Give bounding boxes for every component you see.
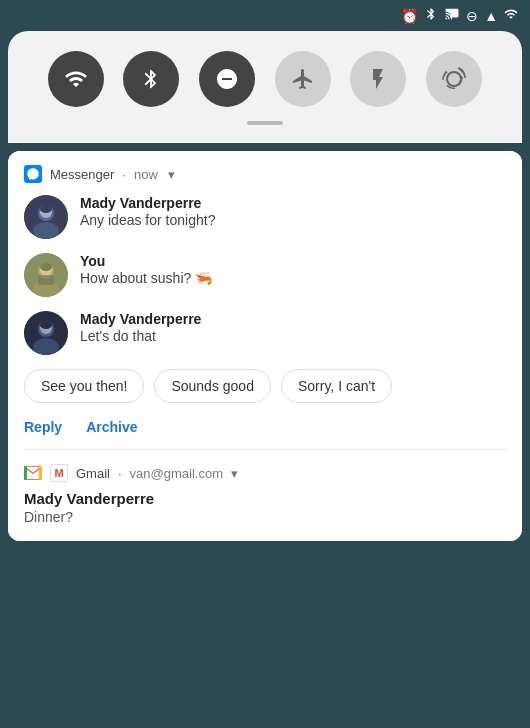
notifications-container: Messenger · now ▾ Mady Vanderperre Any i…: [8, 151, 522, 541]
quick-replies: See you then! Sounds good Sorry, I can't: [24, 369, 506, 403]
messenger-notification: Messenger · now ▾ Mady Vanderperre Any i…: [8, 151, 522, 449]
reply-button[interactable]: Reply: [24, 419, 62, 435]
gmail-app-icon: [24, 464, 42, 482]
messenger-app-name: Messenger: [50, 167, 114, 182]
messenger-chevron-icon: ▾: [168, 167, 175, 182]
gmail-account: ·: [118, 466, 122, 481]
avatar-you: [24, 253, 68, 297]
quick-settings-icons: [38, 51, 492, 107]
wifi-full-icon: ▲: [484, 8, 498, 24]
gmail-notification: M Gmail · van@gmail.com ▾ Mady Vanderper…: [8, 450, 522, 541]
message-text-1: Any ideas for tonight?: [80, 212, 506, 228]
message-row-1: Mady Vanderperre Any ideas for tonight?: [24, 195, 506, 239]
panel-handle: [247, 121, 283, 125]
message-sender-3: Mady Vanderperre: [80, 311, 506, 327]
messenger-app-icon: [24, 165, 42, 183]
avatar-mady-2: [24, 311, 68, 355]
message-sender-2: You: [80, 253, 506, 269]
message-sender-1: Mady Vanderperre: [80, 195, 506, 211]
svg-rect-10: [38, 275, 54, 285]
bluetooth-icon: [424, 6, 438, 25]
gmail-m-icon: M: [50, 464, 68, 482]
alarm-icon: ⏰: [401, 8, 418, 24]
rotate-toggle[interactable]: [426, 51, 482, 107]
message-content-1: Mady Vanderperre Any ideas for tonight?: [80, 195, 506, 228]
gmail-app-name: Gmail: [76, 466, 110, 481]
message-text-2: How about sushi? 🦐: [80, 270, 506, 286]
message-row-2: You How about sushi? 🦐: [24, 253, 506, 297]
gmail-chevron-icon: ▾: [231, 466, 238, 481]
quick-reply-see-you[interactable]: See you then!: [24, 369, 144, 403]
quick-settings-panel: [8, 31, 522, 143]
bluetooth-toggle[interactable]: [123, 51, 179, 107]
message-text-3: Let's do that: [80, 328, 506, 344]
archive-button[interactable]: Archive: [86, 419, 137, 435]
messenger-timestamp: now: [134, 167, 158, 182]
avatar-mady-1: [24, 195, 68, 239]
message-content-2: You How about sushi? 🦐: [80, 253, 506, 286]
cast-icon: [444, 7, 460, 24]
svg-point-4: [40, 205, 52, 213]
wifi-toggle[interactable]: [48, 51, 104, 107]
quick-reply-sorry[interactable]: Sorry, I can't: [281, 369, 392, 403]
dnd-icon: ⊖: [466, 8, 478, 24]
message-content-3: Mady Vanderperre Let's do that: [80, 311, 506, 344]
gmail-header: M Gmail · van@gmail.com ▾: [24, 464, 506, 482]
message-row-3: Mady Vanderperre Let's do that: [24, 311, 506, 355]
signal-icon: [504, 7, 518, 24]
airplane-toggle[interactable]: [275, 51, 331, 107]
gmail-subject: Dinner?: [24, 509, 506, 525]
flashlight-toggle[interactable]: [350, 51, 406, 107]
svg-point-15: [40, 321, 52, 329]
messenger-time: ·: [122, 167, 126, 182]
notification-actions: Reply Archive: [24, 417, 506, 437]
quick-reply-sounds-good[interactable]: Sounds good: [154, 369, 271, 403]
status-bar: ⏰ ⊖ ▲: [0, 0, 530, 31]
svg-point-9: [40, 263, 52, 271]
gmail-sender: Mady Vanderperre: [24, 490, 506, 507]
messenger-header: Messenger · now ▾: [24, 165, 506, 183]
gmail-email: van@gmail.com: [130, 466, 223, 481]
dnd-toggle[interactable]: [199, 51, 255, 107]
